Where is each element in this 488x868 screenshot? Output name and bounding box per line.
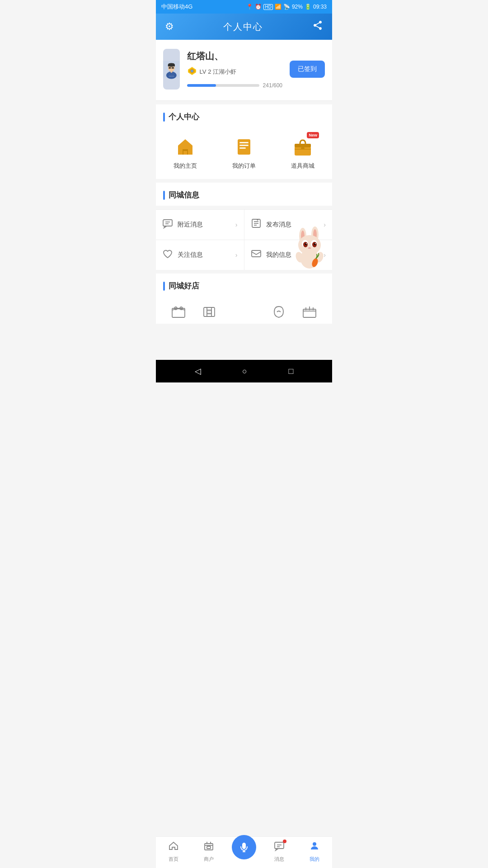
battery-text: 92% bbox=[292, 4, 303, 10]
alarm-icon: ⏰ bbox=[255, 4, 262, 10]
my-orders-item[interactable]: 我的订单 bbox=[232, 135, 256, 170]
my-orders-icon bbox=[232, 135, 256, 158]
icons-row: 我的主页 我的订单 New bbox=[156, 135, 332, 170]
content-area: Share One 红塔山、 LV 2 江湖小虾 bbox=[156, 40, 332, 360]
profile-level: LV 2 江湖小虾 bbox=[187, 66, 282, 78]
svg-rect-33 bbox=[252, 250, 261, 257]
svg-rect-17 bbox=[183, 151, 187, 155]
center-spacer bbox=[232, 304, 256, 320]
progress-text: 241/600 bbox=[263, 82, 282, 89]
svg-rect-26 bbox=[163, 220, 172, 226]
tool-shop-item[interactable]: New 道具商城 bbox=[291, 135, 314, 170]
tool-shop-label: 道具商城 bbox=[291, 162, 314, 170]
sys-recents-icon[interactable]: □ bbox=[288, 367, 293, 376]
shop-icon-3[interactable] bbox=[271, 304, 287, 320]
my-info-icon bbox=[251, 248, 262, 262]
section-bar-accent bbox=[163, 113, 165, 122]
section-bar-accent-2 bbox=[163, 191, 165, 200]
svg-rect-25 bbox=[301, 147, 305, 149]
personal-center-title: 个人中心 bbox=[169, 112, 199, 122]
follow-info-item[interactable]: 关注信息 › bbox=[156, 240, 244, 270]
settings-icon[interactable]: ⚙ bbox=[165, 21, 174, 33]
new-badge: New bbox=[307, 132, 319, 138]
page-title: 个人中心 bbox=[223, 21, 263, 33]
location-icon: 📍 bbox=[246, 4, 253, 10]
sys-back-icon[interactable]: ◁ bbox=[195, 366, 201, 376]
avatar[interactable]: Share One bbox=[163, 49, 180, 90]
status-bar: 中国移动4G 📍 ⏰ HD 📶 📡 92% 🔋 09:33 bbox=[156, 0, 332, 14]
progress-wrap: 241/600 bbox=[187, 82, 282, 89]
shop-icon-1[interactable] bbox=[170, 304, 187, 320]
level-text: LV 2 江湖小虾 bbox=[200, 68, 236, 76]
my-orders-label: 我的订单 bbox=[232, 162, 256, 170]
svg-point-14 bbox=[191, 70, 193, 72]
local-info-row-2: 关注信息 › 我的信息 › bbox=[156, 240, 332, 270]
local-info-grid: 附近消息 › 发布消息 › bbox=[156, 209, 332, 270]
shop-icon-4[interactable] bbox=[301, 304, 318, 320]
my-homepage-icon bbox=[174, 135, 197, 158]
svg-rect-57 bbox=[303, 309, 316, 317]
follow-info-icon bbox=[162, 248, 173, 262]
time-text: 09:33 bbox=[313, 4, 327, 10]
nearby-messages-arrow: › bbox=[235, 221, 238, 228]
publish-message-icon bbox=[251, 218, 262, 231]
svg-rect-9 bbox=[172, 67, 174, 69]
share-icon[interactable] bbox=[312, 20, 323, 33]
personal-center-header: 个人中心 bbox=[156, 104, 332, 127]
svg-rect-56 bbox=[207, 310, 211, 314]
shop-icon-2[interactable] bbox=[201, 304, 217, 320]
local-shops-icons bbox=[156, 297, 332, 324]
battery-icon: 🔋 bbox=[305, 4, 311, 10]
progress-bar-fill bbox=[187, 84, 216, 87]
nearby-messages-item[interactable]: 附近消息 › bbox=[156, 210, 244, 240]
svg-rect-8 bbox=[169, 67, 171, 69]
status-right: 📍 ⏰ HD 📶 📡 92% 🔋 09:33 bbox=[246, 4, 327, 10]
publish-message-item[interactable]: 发布消息 › bbox=[244, 210, 333, 240]
publish-message-arrow: › bbox=[324, 221, 326, 228]
follow-info-label: 关注信息 bbox=[178, 251, 231, 259]
profile-section: Share One 红塔山、 LV 2 江湖小虾 bbox=[156, 40, 332, 101]
profile-info: 红塔山、 LV 2 江湖小虾 241/600 bbox=[187, 50, 282, 89]
wifi-icon: 📶 bbox=[275, 4, 282, 10]
system-nav-bar: ◁ ○ □ bbox=[156, 360, 332, 382]
local-info-row-1: 附近消息 › 发布消息 › bbox=[156, 209, 332, 240]
signal-icon: 📡 bbox=[283, 4, 290, 10]
profile-name: 红塔山、 bbox=[187, 50, 282, 62]
nearby-messages-label: 附近消息 bbox=[178, 221, 231, 229]
my-info-item[interactable]: 我的信息 › bbox=[244, 240, 333, 270]
svg-text:Share One: Share One bbox=[169, 75, 174, 77]
my-homepage-item[interactable]: 我的主页 bbox=[174, 135, 197, 170]
local-info-title: 同城信息 bbox=[169, 190, 199, 200]
checkin-button[interactable]: 已签到 bbox=[290, 61, 325, 78]
header: ⚙ 个人中心 bbox=[156, 14, 332, 40]
follow-info-arrow: › bbox=[235, 251, 238, 259]
sys-home-icon[interactable]: ○ bbox=[242, 367, 247, 376]
svg-rect-20 bbox=[239, 145, 249, 146]
svg-rect-19 bbox=[239, 142, 249, 143]
svg-rect-21 bbox=[239, 147, 246, 149]
level-gem-icon bbox=[187, 66, 197, 78]
section-bar-accent-3 bbox=[163, 282, 165, 291]
personal-center-icons: 我的主页 我的订单 New bbox=[156, 127, 332, 179]
my-info-label: 我的信息 bbox=[266, 251, 319, 259]
my-homepage-label: 我的主页 bbox=[174, 162, 197, 170]
hd-icon: HD bbox=[263, 4, 272, 10]
publish-message-label: 发布消息 bbox=[266, 221, 319, 229]
svg-rect-18 bbox=[238, 139, 250, 155]
my-info-arrow: › bbox=[324, 251, 326, 259]
local-shops-title: 同城好店 bbox=[169, 281, 199, 291]
local-info-header: 同城信息 bbox=[156, 183, 332, 206]
nearby-messages-icon bbox=[162, 218, 173, 231]
progress-bar-background bbox=[187, 84, 259, 87]
local-shops-header: 同城好店 bbox=[156, 274, 332, 297]
carrier-text: 中国移动4G bbox=[161, 3, 192, 11]
svg-rect-23 bbox=[295, 144, 311, 147]
